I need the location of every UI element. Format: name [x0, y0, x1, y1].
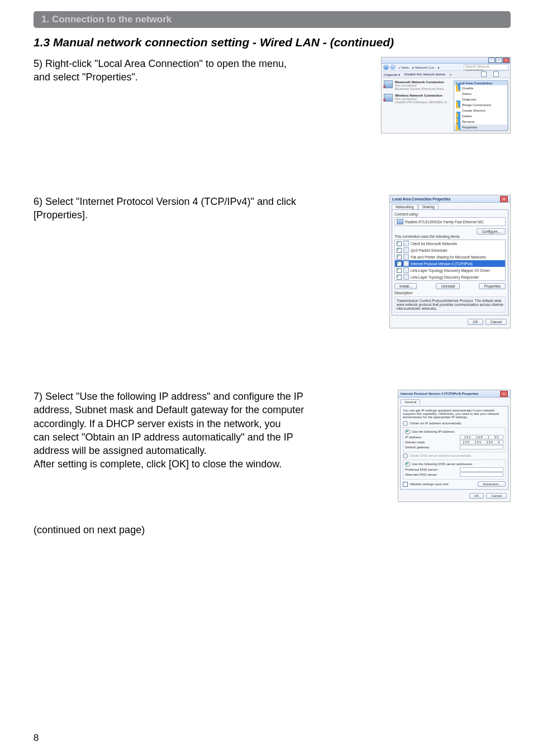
checkbox-icon[interactable] [397, 275, 402, 280]
page-heading: 1.3 Manual network connection setting - … [34, 36, 511, 49]
mask-input[interactable]: 255 . 255 . 255 . 0 [460, 440, 503, 444]
properties-button[interactable]: Properties [479, 283, 506, 289]
items-label: This connection uses the following items… [394, 235, 506, 238]
ip-input[interactable]: 192 . 168 . 1 . 50 [460, 435, 503, 439]
checkbox-icon[interactable] [397, 255, 402, 260]
gateway-label: Default gateway: [405, 446, 460, 449]
menu-status[interactable]: Status [454, 91, 507, 97]
screenshot-ipv4-properties: Internet Protocol Version 4 (TCP/IPv4) P… [398, 390, 511, 502]
pref-dns-input[interactable]: . . . [460, 467, 503, 472]
component-icon [403, 254, 409, 260]
view-icon[interactable] [481, 71, 487, 77]
shield-icon [456, 84, 460, 92]
menu-disable[interactable]: Disable [454, 85, 507, 91]
component-icon [403, 241, 409, 246]
advanced-button[interactable]: Advanced... [478, 481, 506, 487]
shield-icon [456, 123, 460, 131]
network-icon: ✕ [384, 80, 393, 88]
forward-icon[interactable] [390, 64, 396, 70]
intro-text: You can get IP settings assigned automat… [403, 409, 506, 419]
screenshot-network-connections: –□× « Netw... ▸ Network Con... ▸ Search … [381, 57, 511, 133]
component-icon [403, 267, 409, 273]
menu-rename[interactable]: Rename [454, 119, 507, 125]
install-button[interactable]: Install... [394, 283, 417, 289]
search-input[interactable]: Search Network Connections [464, 64, 508, 70]
radio-obtain-ip[interactable]: Obtain an IP address automatically [403, 421, 506, 426]
component-icon [403, 247, 409, 253]
shield-icon [456, 101, 460, 108]
close-icon[interactable]: × [500, 196, 508, 202]
step6-text: 6) Select "Internet Protocol Version 4 (… [34, 195, 296, 222]
menu-properties[interactable]: Properties [454, 125, 507, 130]
alt-dns-label: Alternate DNS server: [405, 473, 460, 476]
radio-use-ip[interactable]: Use the following IP address: [405, 429, 503, 434]
list-item-selected[interactable]: Internet Protocol Version 4 (TCP/IPv4) [395, 260, 505, 267]
validate-checkbox[interactable] [403, 482, 408, 487]
min-icon: – [488, 58, 495, 63]
component-icon [403, 274, 409, 280]
step7-text: 7) Select "Use the following IP address"… [34, 390, 304, 471]
back-icon[interactable] [383, 64, 389, 70]
context-menu-header: Local Area Connection [454, 81, 507, 85]
list-item[interactable]: QoS Packet Scheduler [395, 247, 505, 253]
network-icon: ✕ [384, 94, 393, 102]
conn-device: Bluetooth Device (Personal Area ... [395, 87, 447, 90]
connection-item[interactable]: ✕ Bluetooth Network ConnectionNot connec… [384, 80, 454, 90]
list-item[interactable]: File and Printer Sharing for Microsoft N… [395, 253, 505, 260]
continued-note: (continued on next page) [34, 524, 511, 536]
disconnected-x-icon: ✕ [383, 85, 386, 89]
uninstall-button[interactable]: Uninstall [436, 283, 460, 289]
radio-use-dns[interactable]: Use the following DNS server addresses: [405, 462, 503, 467]
tab-networking[interactable]: Networking [392, 204, 418, 209]
mask-label: Subnet mask: [405, 441, 460, 444]
cancel-button[interactable]: Cancel [486, 319, 507, 325]
tab-general[interactable]: General [401, 399, 420, 404]
configure-button[interactable]: Configure... [477, 228, 506, 235]
adapter-field: Realtek RTL8139/810x Family Fast Etherne… [394, 217, 506, 226]
component-icon [403, 261, 409, 266]
description-label: Description [394, 291, 506, 295]
dialog-title: Local Area Connection Properties [392, 197, 451, 201]
alt-dns-input[interactable]: . . . [460, 472, 503, 477]
checkbox-icon[interactable] [397, 268, 402, 273]
menu-diagnose[interactable]: Diagnose [454, 97, 507, 102]
ip-label: IP address: [405, 436, 460, 439]
page-number: 8 [34, 733, 39, 744]
connection-item[interactable]: ✕ Wireless Network ConnectionNot connect… [384, 94, 454, 104]
list-item[interactable]: Link-Layer Topology Discovery Mapper I/O… [395, 267, 505, 274]
disconnected-x-icon: ✕ [383, 98, 386, 103]
validate-label: Validate settings upon exit [410, 482, 449, 486]
description-text: Transmission Control Protocol/Internet P… [394, 296, 506, 313]
conn-device: Intel(R) PRO/Wireless 3945ABG N... [395, 101, 450, 104]
cancel-button[interactable]: Cancel [486, 493, 507, 499]
checkbox-icon[interactable] [397, 248, 402, 253]
context-menu: Local Area Connection Disable Status Dia… [454, 80, 508, 131]
close-icon: × [503, 58, 510, 63]
list-item[interactable]: Link-Layer Topology Discovery Responder [395, 274, 505, 280]
checkbox-icon[interactable] [397, 241, 402, 246]
tab-sharing[interactable]: Sharing [418, 204, 439, 209]
organize-menu[interactable]: Organize ▾ [384, 73, 400, 76]
section-bar: 1. Connection to the network [34, 11, 511, 28]
max-icon: □ [496, 58, 502, 63]
list-item[interactable]: Client for Microsoft Networks [395, 240, 505, 247]
dialog-title: Internet Protocol Version 4 (TCP/IPv4) P… [401, 392, 478, 395]
checkbox-icon[interactable] [397, 261, 402, 266]
screenshot-lac-properties: Local Area Connection Properties× Networ… [389, 195, 511, 328]
menu-shortcut[interactable]: Create Shortcut [454, 108, 507, 113]
pref-dns-label: Preferred DNS server: [405, 468, 460, 471]
menu-bridge[interactable]: Bridge Connections [454, 102, 507, 108]
close-icon[interactable]: × [500, 391, 508, 397]
radio-obtain-dns: Obtain DNS server address automatically [403, 453, 506, 458]
gateway-input[interactable]: . . . [460, 445, 503, 449]
ok-button[interactable]: OK [468, 319, 483, 325]
disable-device[interactable]: Disable this network device [404, 73, 445, 76]
breadcrumb[interactable]: « Netw... ▸ Network Con... ▸ [398, 65, 440, 69]
connect-using-label: Connect using: [394, 212, 506, 216]
ok-button[interactable]: OK [469, 493, 484, 499]
adapter-icon [397, 219, 403, 224]
menu-delete[interactable]: Delete [454, 113, 507, 119]
step5-text: 5) Right-click "Local Area Connection" t… [34, 57, 287, 84]
help-icon[interactable] [493, 71, 499, 77]
